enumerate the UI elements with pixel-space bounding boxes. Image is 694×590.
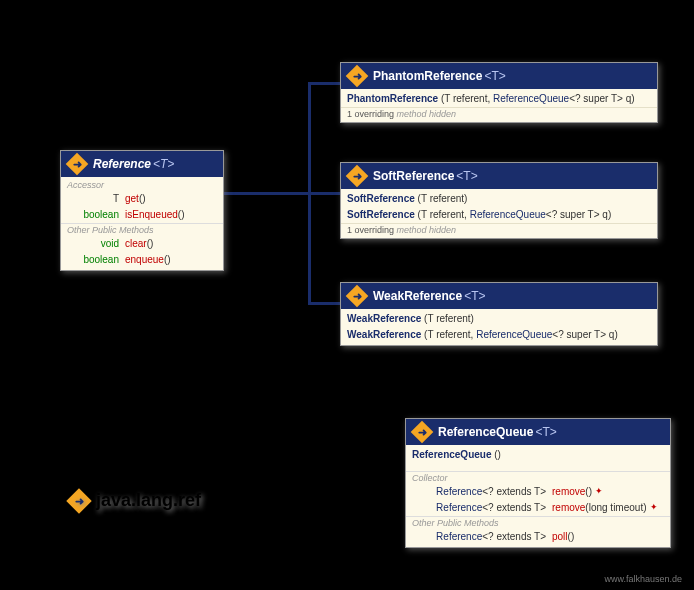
- hidden-note: 1 overriding method hidden: [341, 223, 657, 236]
- class-phantom-reference: ➜ PhantomReference <T> PhantomReference …: [340, 62, 658, 123]
- constructor-name: PhantomReference: [347, 92, 438, 106]
- class-body: ReferenceQueue () Collector Reference<? …: [406, 445, 670, 547]
- footer-link[interactable]: www.falkhausen.de: [604, 574, 682, 584]
- return-type: T: [67, 192, 125, 206]
- class-icon: ➜: [66, 153, 89, 176]
- package-label: ➜ java.lang.ref: [70, 490, 201, 511]
- method-name: get: [125, 192, 139, 206]
- method-row: boolean isEnqueued (): [61, 207, 223, 223]
- constructor-row: WeakReference (T referent): [341, 311, 657, 327]
- method-row: Reference<? extends T> remove () ✦: [406, 484, 670, 500]
- class-header-weak: ➜ WeakReference <T>: [341, 283, 657, 309]
- class-generic: <T>: [484, 69, 505, 83]
- package-name: java.lang.ref: [96, 490, 201, 511]
- constructor-row: ReferenceQueue (): [406, 447, 670, 463]
- package-icon: ➜: [66, 488, 91, 513]
- class-soft-reference: ➜ SoftReference <T> SoftReference (T ref…: [340, 162, 658, 239]
- class-icon: ➜: [346, 165, 369, 188]
- throws-icon: ✦: [595, 485, 603, 499]
- method-name: isEnqueued: [125, 208, 178, 222]
- method-params: (long timeout): [585, 501, 646, 515]
- constructor-row: PhantomReference (T referent, ReferenceQ…: [341, 91, 657, 107]
- method-name: remove: [552, 501, 585, 515]
- section-accessor: Accessor: [61, 179, 223, 191]
- class-generic: <T>: [153, 157, 174, 171]
- method-row: Reference<? extends T> poll (): [406, 529, 670, 545]
- throws-icon: ✦: [650, 501, 658, 515]
- section-collector: Collector: [406, 471, 670, 484]
- method-name: remove: [552, 485, 585, 499]
- constructor-params: (T referent, ReferenceQueue<? super T> q…: [415, 208, 611, 222]
- method-name: clear: [125, 237, 147, 251]
- connector-h-phantom: [308, 82, 343, 85]
- constructor-row: WeakReference (T referent, ReferenceQueu…: [341, 327, 657, 343]
- class-generic: <T>: [535, 425, 556, 439]
- constructor-params: (T referent): [421, 312, 474, 326]
- class-icon: ➜: [346, 285, 369, 308]
- class-generic: <T>: [456, 169, 477, 183]
- type-link[interactable]: ReferenceQueue: [470, 209, 546, 220]
- constructor-name: ReferenceQueue: [412, 448, 491, 462]
- connector-h-soft: [308, 192, 343, 195]
- class-title: WeakReference: [373, 289, 462, 303]
- method-params: (): [568, 530, 575, 544]
- constructor-name: WeakReference: [347, 312, 421, 326]
- class-header-phantom: ➜ PhantomReference <T>: [341, 63, 657, 89]
- class-icon: ➜: [411, 421, 434, 444]
- type-link[interactable]: ReferenceQueue: [493, 93, 569, 104]
- section-other: Other Public Methods: [61, 223, 223, 236]
- method-params: (): [585, 485, 592, 499]
- type-link[interactable]: ReferenceQueue: [476, 329, 552, 340]
- constructor-params: (T referent, ReferenceQueue<? super T> q…: [421, 328, 617, 342]
- method-params: (): [139, 192, 146, 206]
- method-row: void clear (): [61, 236, 223, 252]
- class-title: SoftReference: [373, 169, 454, 183]
- method-params: (): [147, 237, 154, 251]
- constructor-row: SoftReference (T referent, ReferenceQueu…: [341, 207, 657, 223]
- method-row: boolean enqueue (): [61, 252, 223, 268]
- class-body: WeakReference (T referent) WeakReference…: [341, 309, 657, 345]
- class-generic: <T>: [464, 289, 485, 303]
- return-type: boolean: [67, 208, 125, 222]
- class-weak-reference: ➜ WeakReference <T> WeakReference (T ref…: [340, 282, 658, 346]
- class-title: PhantomReference: [373, 69, 482, 83]
- constructor-name: SoftReference: [347, 208, 415, 222]
- constructor-params: (T referent): [415, 192, 468, 206]
- class-header-reference: ➜ Reference <T>: [61, 151, 223, 177]
- class-title: Reference: [93, 157, 151, 171]
- class-reference: ➜ Reference <T> Accessor T get () boolea…: [60, 150, 224, 271]
- class-body: SoftReference (T referent) SoftReference…: [341, 189, 657, 238]
- return-type: Reference<? extends T>: [412, 501, 552, 515]
- class-header-queue: ➜ ReferenceQueue <T>: [406, 419, 670, 445]
- class-title: ReferenceQueue: [438, 425, 533, 439]
- method-params: (): [164, 253, 171, 267]
- class-body: PhantomReference (T referent, ReferenceQ…: [341, 89, 657, 122]
- section-other: Other Public Methods: [406, 516, 670, 529]
- method-row: Reference<? extends T> remove (long time…: [406, 500, 670, 516]
- class-body: Accessor T get () boolean isEnqueued () …: [61, 177, 223, 270]
- hidden-note: 1 overriding method hidden: [341, 107, 657, 120]
- constructor-params: (T referent, ReferenceQueue<? super T> q…: [438, 92, 634, 106]
- class-header-soft: ➜ SoftReference <T>: [341, 163, 657, 189]
- constructor-name: WeakReference: [347, 328, 421, 342]
- method-row: T get (): [61, 191, 223, 207]
- method-name: poll: [552, 530, 568, 544]
- constructor-row: SoftReference (T referent): [341, 191, 657, 207]
- constructor-params: (): [491, 448, 500, 462]
- return-type: void: [67, 237, 125, 251]
- constructor-name: SoftReference: [347, 192, 415, 206]
- connector-h-weak: [308, 302, 343, 305]
- return-type: Reference<? extends T>: [412, 530, 552, 544]
- return-type: boolean: [67, 253, 125, 267]
- method-name: enqueue: [125, 253, 164, 267]
- class-reference-queue: ➜ ReferenceQueue <T> ReferenceQueue () C…: [405, 418, 671, 548]
- class-icon: ➜: [346, 65, 369, 88]
- method-params: (): [178, 208, 185, 222]
- return-type: Reference<? extends T>: [412, 485, 552, 499]
